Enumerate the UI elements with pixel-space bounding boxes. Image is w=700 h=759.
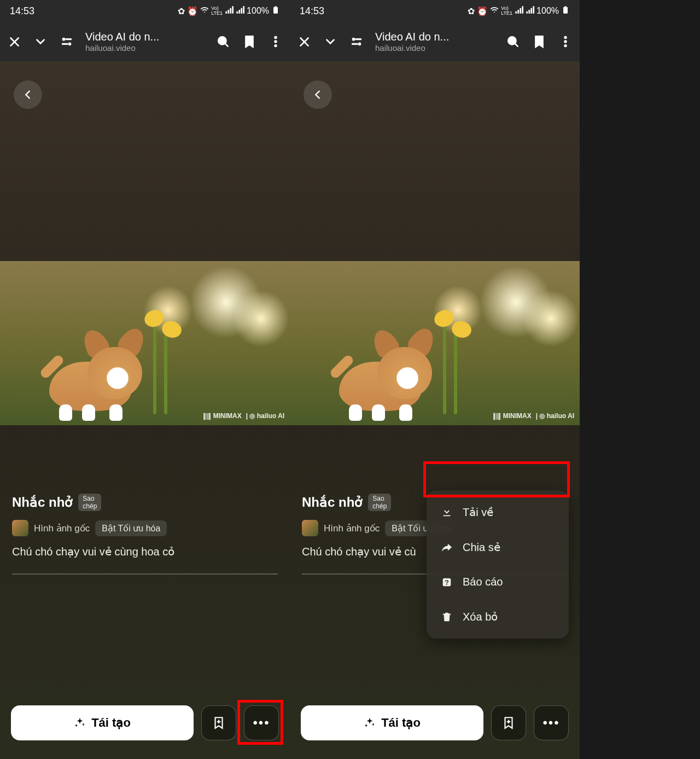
close-button[interactable] — [7, 34, 22, 49]
signal-icon-2 — [236, 5, 244, 16]
url-area[interactable]: Video AI do n... hailuoai.video — [375, 31, 494, 53]
svg-point-0 — [62, 38, 65, 40]
chevron-down-icon[interactable] — [33, 34, 48, 49]
prompt-text: Chú chó chạy vui vẻ cùng hoa cỏ — [12, 545, 278, 558]
tag-optimize[interactable]: Bật Tối ưu hóa — [95, 520, 167, 536]
paw-icon: ✿ — [468, 6, 475, 16]
status-time: 14:53 — [300, 5, 324, 17]
copy-button[interactable]: Saochép — [368, 494, 391, 511]
page-title: Video AI do n... — [375, 31, 494, 43]
source-thumbnail[interactable] — [12, 520, 28, 536]
svg-point-14 — [564, 40, 567, 43]
regenerate-label: Tái tạo — [381, 716, 421, 730]
status-bar: 14:53 ✿ ⏰ Vo)LTE1 100% — [0, 0, 290, 22]
svg-rect-3 — [62, 43, 68, 44]
content-area: ‖|‖ MINIMAX | ◎ hailuo AI Nhắc nhở Saoch… — [290, 61, 580, 759]
status-indicators: ✿ ⏰ Vo)LTE1 100% — [468, 5, 570, 16]
context-menu: Tải về Chia sẻ ? Báo cáo Xóa bỏ — [427, 490, 569, 639]
signal-icon — [515, 5, 523, 16]
overflow-menu-icon[interactable] — [558, 34, 573, 49]
svg-point-15 — [564, 44, 567, 47]
bookmark-icon[interactable] — [532, 34, 547, 49]
tag-original-image[interactable]: Hình ảnh gốc — [324, 523, 380, 534]
status-time: 14:53 — [10, 5, 34, 17]
close-button[interactable] — [296, 34, 312, 49]
settings-sliders-icon[interactable] — [59, 34, 74, 49]
more-button[interactable]: ••• — [244, 705, 279, 740]
more-button[interactable]: ••• — [534, 705, 569, 740]
svg-rect-11 — [352, 43, 358, 44]
reminder-heading: Nhắc nhở — [12, 495, 73, 510]
regenerate-button[interactable]: Tái tạo — [301, 705, 483, 740]
svg-text:?: ? — [445, 578, 449, 586]
menu-report-label: Báo cáo — [463, 576, 503, 588]
wifi-icon — [200, 5, 209, 16]
add-collection-button[interactable] — [491, 705, 526, 740]
prompt-info: Nhắc nhở Saochép Hình ảnh gốc Bật Tối ưu… — [12, 494, 278, 575]
menu-share[interactable]: Chia sẻ — [427, 530, 569, 565]
status-indicators: ✿ ⏰ Vo)LTE1 100% — [178, 5, 280, 16]
svg-point-8 — [352, 38, 355, 40]
add-collection-button[interactable] — [201, 705, 236, 740]
url-area[interactable]: Video AI do n... hailuoai.video — [85, 31, 205, 53]
menu-download[interactable]: Tải về — [427, 495, 569, 530]
svg-rect-1 — [66, 39, 72, 40]
settings-sliders-icon[interactable] — [349, 34, 364, 49]
watermark: ‖|‖ MINIMAX | ◎ hailuo AI — [493, 412, 574, 420]
battery-text: 100% — [536, 6, 559, 16]
svg-point-6 — [275, 40, 277, 43]
regenerate-label: Tái tạo — [91, 716, 131, 730]
action-bar: Tái tạo ••• — [301, 705, 569, 740]
overflow-menu-icon[interactable] — [268, 34, 283, 49]
divider — [12, 573, 278, 575]
bookmark-icon[interactable] — [242, 34, 257, 49]
browser-chrome: Video AI do n... hailuoai.video — [0, 22, 290, 61]
svg-point-5 — [275, 36, 277, 38]
menu-delete[interactable]: Xóa bỏ — [427, 599, 569, 634]
screen-left: 14:53 ✿ ⏰ Vo)LTE1 100% — [0, 0, 290, 759]
volte-icon: Vo)LTE1 — [501, 6, 512, 16]
menu-report[interactable]: ? Báo cáo — [427, 565, 569, 599]
paw-icon: ✿ — [178, 6, 185, 16]
action-bar: Tái tạo ••• — [11, 705, 279, 740]
alarm-icon: ⏰ — [187, 6, 198, 16]
browser-chrome: Video AI do n... hailuoai.video — [290, 22, 580, 61]
status-bar: 14:53 ✿ ⏰ Vo)LTE1 100% — [290, 0, 580, 22]
svg-point-10 — [358, 43, 361, 45]
page-domain: hailuoai.video — [375, 43, 494, 53]
svg-point-7 — [275, 44, 277, 47]
svg-point-13 — [564, 36, 567, 38]
signal-icon — [225, 5, 234, 16]
page-title: Video AI do n... — [85, 31, 205, 43]
screen-right: 14:53 ✿ ⏰ Vo)LTE1 100% — [290, 0, 580, 759]
source-thumbnail[interactable] — [302, 520, 318, 536]
search-icon[interactable] — [505, 34, 521, 49]
menu-download-label: Tải về — [463, 506, 493, 519]
chevron-down-icon[interactable] — [323, 34, 338, 49]
reminder-heading: Nhắc nhở — [302, 495, 363, 510]
menu-share-label: Chia sẻ — [463, 541, 500, 554]
content-area: ‖|‖ MINIMAX | ◎ hailuo AI Nhắc nhở Saoch… — [0, 61, 290, 759]
svg-rect-9 — [355, 39, 361, 40]
battery-icon — [271, 5, 280, 16]
page-domain: hailuoai.video — [85, 43, 205, 53]
back-button[interactable] — [304, 80, 332, 109]
watermark: ‖|‖ MINIMAX | ◎ hailuo AI — [203, 412, 284, 420]
volte-icon: Vo)LTE1 — [211, 6, 223, 16]
generated-image[interactable]: ‖|‖ MINIMAX | ◎ hailuo AI — [290, 261, 580, 425]
wifi-icon — [490, 5, 499, 16]
signal-icon-2 — [526, 5, 534, 16]
copy-button[interactable]: Saochép — [78, 494, 101, 511]
alarm-icon: ⏰ — [477, 6, 488, 16]
battery-text: 100% — [247, 6, 269, 16]
back-button[interactable] — [14, 80, 42, 109]
menu-delete-label: Xóa bỏ — [463, 610, 498, 623]
battery-icon — [561, 5, 570, 16]
search-icon[interactable] — [215, 34, 231, 49]
tag-original-image[interactable]: Hình ảnh gốc — [34, 523, 90, 534]
regenerate-button[interactable]: Tái tạo — [11, 705, 194, 740]
generated-image[interactable]: ‖|‖ MINIMAX | ◎ hailuo AI — [0, 261, 290, 425]
svg-point-2 — [68, 43, 71, 45]
